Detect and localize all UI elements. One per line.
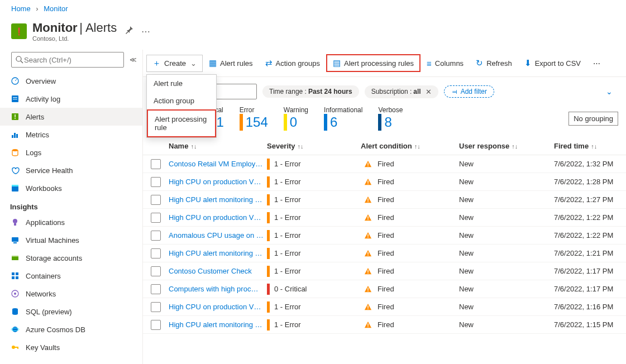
row-condition: Fired [361, 249, 459, 257]
columns-button[interactable]: ≡ Columns [420, 55, 470, 71]
table-row[interactable]: High CPU on production V…1 - ErrorFiredN… [143, 173, 626, 191]
svg-rect-23 [16, 276, 18, 279]
sidebar-item-virtual-machines[interactable]: Virtual Machines [0, 231, 142, 249]
col-name[interactable]: Name↑↓ [169, 142, 267, 150]
filter-time-range[interactable]: Time range :Past 24 hours [262, 85, 359, 98]
table-row[interactable]: High CPU on production V…1 - ErrorFiredN… [143, 298, 626, 316]
svg-rect-51 [367, 326, 368, 327]
refresh-button[interactable]: ↻ Refresh [470, 55, 518, 71]
row-name-link[interactable]: High CPU on production V… [169, 178, 267, 186]
row-checkbox[interactable] [151, 266, 161, 276]
create-button[interactable]: ＋ Create ⌄ [146, 55, 203, 72]
svg-point-11 [12, 149, 18, 151]
row-name-link[interactable]: High CPU alert monitoring … [169, 195, 267, 204]
alert-rules-button[interactable]: ▦ Alert rules [203, 55, 259, 71]
pin-icon[interactable] [125, 26, 133, 37]
sidebar-item-sql-(preview)[interactable]: SQL (preview) [0, 303, 142, 320]
warning-icon [364, 267, 372, 275]
sidebar-item-label: SQL (preview) [26, 308, 72, 316]
row-name-link[interactable]: Computers with high proc… [169, 285, 267, 293]
row-checkbox[interactable] [151, 248, 161, 258]
row-name-link[interactable]: High CPU on production V… [169, 213, 267, 222]
row-checkbox[interactable] [151, 302, 161, 312]
table-row[interactable]: Contoso Retail VM Employ…1 - ErrorFiredN… [143, 155, 626, 173]
breadcrumb-monitor[interactable]: Monitor [44, 4, 68, 13]
col-severity[interactable]: Severity↑↓ [267, 142, 361, 150]
sidebar-item-applications[interactable]: Applications [0, 213, 142, 231]
table-row[interactable]: High CPU alert monitoring …1 - ErrorFire… [143, 245, 626, 262]
sidebar-item-activity-log[interactable]: Activity log [0, 90, 142, 108]
col-condition[interactable]: Alert condition↑↓ [361, 142, 459, 150]
row-name-link[interactable]: High CPU alert monitoring … [169, 320, 267, 329]
sidebar-item-storage-accounts[interactable]: Storage accounts [0, 249, 142, 267]
logs-icon [10, 147, 20, 157]
download-icon: ⬇ [524, 58, 532, 68]
action-groups-icon: ⇄ [265, 58, 273, 68]
metric-warning[interactable]: Warning 0 [284, 106, 308, 131]
sidebar-item-azure-cosmos-db[interactable]: Azure Cosmos DB [0, 320, 142, 338]
row-severity: 1 - Error [267, 159, 361, 170]
table-row[interactable]: High CPU alert monitoring …1 - ErrorFire… [143, 191, 626, 209]
svg-point-27 [12, 327, 18, 332]
dropdown-alert-rule[interactable]: Alert rule [147, 75, 216, 92]
row-checkbox[interactable] [151, 213, 161, 223]
sidebar-item-workbooks[interactable]: Workbooks [0, 179, 142, 197]
table-row[interactable]: High CPU alert monitoring …1 - ErrorFire… [143, 316, 626, 334]
sidebar-search[interactable] [11, 52, 124, 68]
row-checkbox[interactable] [151, 320, 161, 330]
col-time[interactable]: Fired time↑↓ [554, 142, 618, 150]
warning-icon [364, 196, 372, 204]
sidebar-item-label: Containers [26, 272, 61, 280]
col-response[interactable]: User response↑↓ [459, 142, 554, 150]
toolbar-more-button[interactable]: ⋯ [587, 56, 606, 71]
row-name-link[interactable]: High CPU alert monitoring … [169, 249, 267, 257]
action-groups-button[interactable]: ⇄ Action groups [259, 55, 327, 71]
row-name-link[interactable]: Anomalous CPU usage on … [169, 231, 267, 240]
sidebar-item-alerts[interactable]: !Alerts [0, 108, 142, 126]
close-icon[interactable]: ✕ [426, 88, 432, 96]
metric-verbose[interactable]: Verbose 8 [378, 106, 403, 131]
sidebar-item-label: Virtual Machines [26, 236, 79, 245]
more-icon[interactable]: ⋯ [141, 26, 150, 37]
warning-icon [364, 285, 372, 293]
sidebar-item-containers[interactable]: Containers [0, 267, 142, 285]
health-icon [10, 165, 20, 175]
table-row[interactable]: Computers with high proc…0 - CriticalFir… [143, 280, 626, 298]
alert-processing-rules-button[interactable]: ▤ Alert processing rules [326, 54, 420, 72]
expand-chevron-icon[interactable]: ⌄ [606, 87, 618, 96]
collapse-sidebar-icon[interactable]: ≪ [130, 56, 137, 64]
header-org: Contoso, Ltd. [32, 35, 117, 42]
sidebar-item-overview[interactable]: Overview [0, 72, 142, 90]
grouping-select[interactable]: No grouping [568, 112, 618, 126]
row-condition: Fired [361, 195, 459, 204]
sidebar-item-logs[interactable]: Logs [0, 143, 142, 161]
row-checkbox[interactable] [151, 177, 161, 187]
row-checkbox[interactable] [151, 284, 161, 294]
containers-icon [10, 271, 20, 281]
table-row[interactable]: Anomalous CPU usage on …1 - ErrorFiredNe… [143, 227, 626, 245]
table-row[interactable]: Contoso Customer Check1 - ErrorFiredNew7… [143, 262, 626, 280]
add-filter-button[interactable]: ⫤ Add filter [444, 85, 494, 98]
row-checkbox[interactable] [151, 159, 161, 169]
metric-error[interactable]: Error 154 [240, 106, 268, 131]
sidebar-item-key-vaults[interactable]: Key Vaults [0, 338, 142, 356]
sidebar-item-service-health[interactable]: Service Health [0, 161, 142, 179]
sidebar-item-networks[interactable]: Networks [0, 285, 142, 303]
dropdown-alert-processing-rule[interactable]: Alert processing rule [147, 109, 216, 137]
table-row[interactable]: High CPU on production V…1 - ErrorFiredN… [143, 209, 626, 227]
row-name-link[interactable]: Contoso Customer Check [169, 267, 267, 275]
breadcrumb-home[interactable]: Home [11, 4, 31, 13]
toolbar: ＋ Create ⌄ ▦ Alert rules ⇄ Action groups… [143, 50, 626, 77]
export-button[interactable]: ⬇ Export to CSV [518, 55, 587, 71]
row-name-link[interactable]: Contoso Retail VM Employ… [169, 160, 267, 168]
filter-subscription[interactable]: Subscription :all ✕ [365, 85, 438, 98]
dropdown-action-group[interactable]: Action group [147, 92, 216, 109]
search-input[interactable] [24, 56, 120, 64]
row-time: 7/6/2022, 1:28 PM [554, 178, 618, 186]
row-checkbox[interactable] [151, 231, 161, 241]
metric-informational[interactable]: Informational 6 [324, 106, 362, 131]
sidebar-item-metrics[interactable]: Metrics [0, 126, 142, 143]
row-name-link[interactable]: High CPU on production V… [169, 303, 267, 311]
row-checkbox[interactable] [151, 195, 161, 205]
sidebar-item-label: Service Health [26, 166, 73, 175]
